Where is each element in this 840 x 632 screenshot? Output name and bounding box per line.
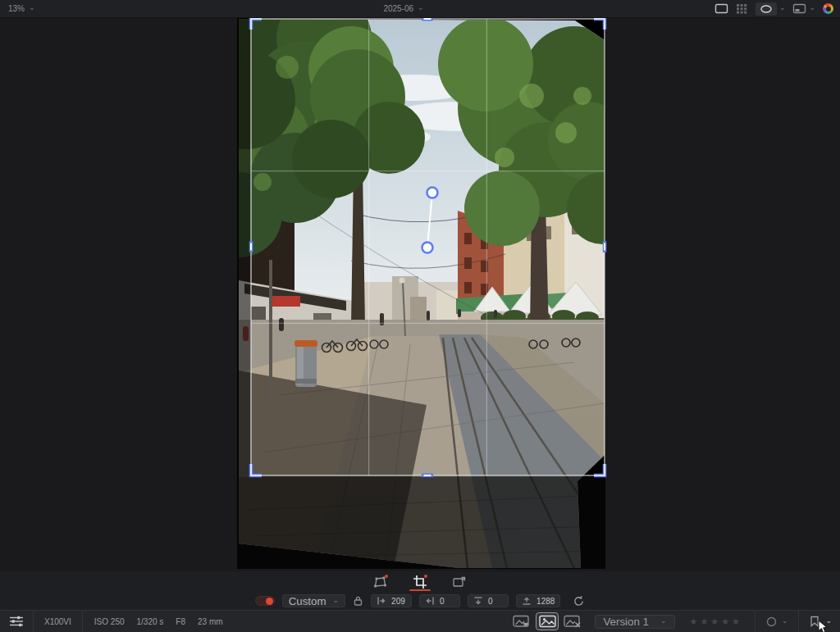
color-wheel-icon: [823, 3, 833, 14]
image-favorite-icon: [513, 614, 532, 629]
panel-layout-dropdown[interactable]: ⌄: [792, 3, 815, 14]
loupe-icon: [756, 2, 777, 16]
crop-tool-icon: [412, 574, 428, 590]
inset-bottom-icon: [522, 596, 532, 606]
flag-icon: [810, 616, 819, 627]
version-select[interactable]: Version 1 ⌄: [595, 615, 674, 629]
zoom-level-dropdown[interactable]: 13% ⌄: [8, 4, 35, 13]
iso-value: ISO 250: [94, 617, 125, 626]
chevron-down-icon: ⌄: [809, 4, 815, 11]
pick-neutral-button[interactable]: [536, 613, 558, 630]
image-canvas[interactable]: [0, 18, 840, 571]
crop-bottom-value: 1288: [536, 597, 555, 606]
aspect-ratio-value: Custom: [289, 595, 326, 607]
zoom-level-value: 13%: [8, 4, 25, 13]
image-icon: [538, 614, 557, 629]
chevron-down-icon: ⌄: [782, 617, 788, 625]
reset-icon: [573, 595, 585, 607]
crop-options-bar: Custom ⌄ 209 0: [0, 592, 840, 610]
loupe-mode-dropdown[interactable]: ⌄: [756, 2, 786, 16]
crop-left-field[interactable]: 209: [371, 594, 412, 607]
star-icon[interactable]: ★: [690, 616, 698, 627]
chevron-down-icon: ⌄: [29, 4, 35, 11]
edit-colors-button[interactable]: [823, 3, 833, 14]
chevron-down-icon: ⌄: [660, 617, 667, 625]
crop-left-value: 209: [391, 597, 405, 606]
inset-top-icon: [473, 596, 483, 606]
single-view-button[interactable]: [714, 3, 728, 14]
pick-reject-button[interactable]: [562, 613, 583, 630]
star-rating: ★ ★ ★ ★ ★: [690, 616, 740, 627]
version-label: Version 1: [603, 616, 649, 628]
camera-model: X100VI: [44, 617, 71, 626]
collection-name: 2025-06: [383, 4, 413, 13]
shutter-value: 1/320 s: [137, 617, 164, 626]
toggle-knob: [266, 598, 273, 605]
crop-top-field[interactable]: 0: [468, 594, 509, 607]
photo-scene: [0, 18, 840, 571]
star-icon[interactable]: ★: [732, 616, 740, 627]
inset-left-icon: [377, 596, 386, 606]
sliders-icon: [8, 615, 25, 628]
crop-right-field[interactable]: 0: [419, 594, 460, 607]
aspect-lock-button[interactable]: [353, 595, 363, 607]
guide-handle-top[interactable]: [427, 188, 438, 198]
panel-layout-icon: [792, 3, 806, 14]
inset-right-icon: [425, 596, 435, 606]
flip-crop-button[interactable]: [447, 571, 472, 592]
edit-panel-button[interactable]: [8, 615, 25, 628]
star-icon[interactable]: ★: [721, 616, 729, 627]
collection-dropdown[interactable]: 2025-06 ⌄: [383, 4, 423, 13]
chevron-down-icon: ⌄: [779, 4, 786, 11]
crop-bottom-field[interactable]: 1288: [516, 594, 560, 607]
grid-view-button[interactable]: [736, 3, 748, 14]
top-bar: 13% ⌄ 2025-06 ⌄: [0, 0, 840, 18]
photo-editor-window: 13% ⌄ 2025-06 ⌄: [0, 0, 840, 632]
pick-favorite-button[interactable]: [511, 613, 532, 630]
guide-handle-bottom[interactable]: [422, 243, 433, 253]
chevron-down-icon: ⌄: [825, 617, 832, 625]
focal-length-value: 23 mm: [198, 617, 223, 626]
grid-view-icon: [736, 3, 748, 14]
active-tool-underline: [409, 589, 431, 591]
color-label-dropdown[interactable]: ⌄: [756, 616, 799, 627]
perspective-tool-button[interactable]: [368, 571, 393, 592]
star-icon[interactable]: ★: [710, 616, 719, 627]
lock-icon: [353, 595, 363, 607]
overlay-toggle[interactable]: [255, 596, 275, 606]
crop-top-value: 0: [488, 597, 493, 606]
color-label-icon: [766, 616, 777, 627]
crop-right-value: 0: [440, 597, 445, 606]
image-reject-icon: [564, 614, 582, 629]
reset-crop-button[interactable]: [573, 595, 585, 607]
aperture-value: F8: [176, 617, 185, 626]
chevron-down-icon: ⌄: [418, 4, 424, 11]
chevron-down-icon: ⌄: [333, 597, 340, 604]
geometry-toolbar: [0, 571, 840, 592]
single-view-icon: [714, 3, 728, 14]
flag-dropdown[interactable]: ⌄: [799, 616, 840, 627]
star-icon[interactable]: ★: [700, 616, 708, 627]
flip-crop-icon: [451, 574, 468, 590]
aspect-ratio-select[interactable]: Custom ⌄: [282, 594, 345, 607]
status-bar: X100VI ISO 250 1/320 s F8 23 mm: [0, 610, 840, 632]
crop-tool-button[interactable]: [408, 571, 432, 592]
perspective-tool-icon: [372, 574, 389, 590]
